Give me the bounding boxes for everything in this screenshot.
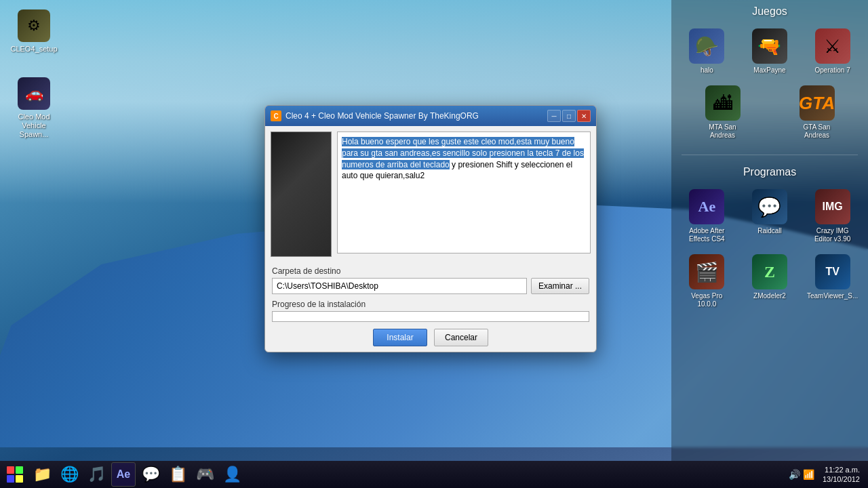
zmodeler-icon: Z xyxy=(752,254,787,289)
start-icon xyxy=(5,465,24,484)
juegos-title: Juegos xyxy=(671,0,868,26)
vegas-label: Vegas Pro 10.0.0 xyxy=(684,292,730,308)
clock-time: 11:22 a.m. xyxy=(823,465,860,474)
crazy-img-icon: IMG xyxy=(815,189,850,224)
zmodeler-label: ZModeler2 xyxy=(753,292,786,300)
right-panel: Juegos 🪖 halo 🔫 MaxPayne ⚔ Operation 7 xyxy=(671,0,868,488)
svg-text:GTA: GTA xyxy=(292,187,312,198)
panel-icon-ae[interactable]: Ae Adobe After Effects CS4 xyxy=(682,186,732,246)
teamviewer-label: TeamViewer_S... xyxy=(807,292,858,300)
vegas-icon: 🎬 xyxy=(689,254,724,289)
gta-sa-icon: GTA xyxy=(800,85,835,121)
gta-image-svg: World News GTA San Andreas RealMix Grand… xyxy=(271,131,331,257)
dialog-image: World News GTA San Andreas RealMix Grand… xyxy=(271,131,332,257)
operation7-icon: ⚔ xyxy=(815,28,850,64)
description-text[interactable]: Hola bueno espero que les guste este cle… xyxy=(337,131,591,253)
panel-icon-mta[interactable]: 🏙 MTA San Andreas xyxy=(697,83,748,142)
network-icon[interactable]: 📶 xyxy=(803,469,814,480)
panel-icon-halo[interactable]: 🪖 halo xyxy=(682,26,732,77)
taskbar-media[interactable]: 🎵 xyxy=(84,462,108,487)
maximize-button[interactable]: □ xyxy=(562,110,576,122)
systray: 🔊 📶 xyxy=(789,469,814,480)
cleo4-setup-label: CLEO4_setup xyxy=(10,45,57,54)
dialog-text-area[interactable]: Hola bueno espero que les guste este cle… xyxy=(337,131,591,257)
clock: 11:22 a.m. 13/10/2012 xyxy=(823,465,860,485)
ae-icon: Ae xyxy=(689,189,724,224)
media-icon: 🎵 xyxy=(87,466,106,483)
svg-text:Grand: Grand xyxy=(295,239,309,244)
mta-label: MTA San Andreas xyxy=(700,123,745,140)
dialog-title-text: Cleo 4 + Cleo Mod Vehicle Spawner By The… xyxy=(285,111,546,121)
svg-rect-12 xyxy=(16,475,23,483)
cleo-mod-icon: 🚗 xyxy=(18,77,50,110)
cleo-mod-label: Cleo Mod Vehicle Spawn... xyxy=(9,113,58,140)
taskbar-skype[interactable]: 💬 xyxy=(138,462,163,487)
panel-icon-zmodeler[interactable]: Z ZModeler2 xyxy=(744,251,795,311)
taskbar-item1[interactable]: 📋 xyxy=(165,462,190,487)
operation7-label: Operation 7 xyxy=(815,66,850,75)
panel-icon-operation7[interactable]: ⚔ Operation 7 xyxy=(807,26,858,77)
panel-icon-gta-sa[interactable]: GTA GTA San Andreas xyxy=(791,83,842,142)
explorer-icon: 📁 xyxy=(33,466,52,483)
svg-rect-0 xyxy=(271,131,331,257)
maxpayne-label: MaxPayne xyxy=(753,66,785,75)
svg-rect-5 xyxy=(275,237,329,253)
panel-icon-raidcall[interactable]: 💬 Raidcall xyxy=(744,186,795,246)
svg-text:Theft Auto: Theft Auto xyxy=(291,245,313,250)
dialog-title-icon: C xyxy=(271,110,281,121)
item2-icon: 🎮 xyxy=(196,466,214,483)
ae-label: Adobe After Effects CS4 xyxy=(684,227,730,243)
minimize-button[interactable]: ─ xyxy=(547,110,561,122)
progress-bar xyxy=(272,311,589,322)
volume-icon[interactable]: 🔊 xyxy=(789,469,800,480)
juegos-icons-grid: 🪖 halo 🔫 MaxPayne ⚔ Operation 7 🏙 xyxy=(671,26,868,149)
svg-text:San Andreas: San Andreas xyxy=(284,199,319,206)
dialog-bottom: Carpeta de destino Examinar ... Progreso… xyxy=(265,262,596,352)
svg-rect-10 xyxy=(16,466,23,474)
taskbar-item2[interactable]: 🎮 xyxy=(193,462,217,487)
browse-button[interactable]: Examinar ... xyxy=(531,278,589,294)
panel-icon-vegas[interactable]: 🎬 Vegas Pro 10.0.0 xyxy=(682,251,732,311)
chrome-icon: 🌐 xyxy=(60,466,79,483)
dialog-buttons: Instalar Cancelar xyxy=(272,329,589,346)
progreso-label: Progreso de la instalación xyxy=(272,300,589,309)
cleo4-setup-icon: ⚙ xyxy=(18,9,50,42)
raidcall-icon: 💬 xyxy=(752,189,787,224)
desktop-icon-cleo-mod[interactable]: 🚗 Cleo Mod Vehicle Spawn... xyxy=(7,75,61,142)
carpeta-label: Carpeta de destino xyxy=(272,266,589,276)
installer-dialog: C Cleo 4 + Cleo Mod Vehicle Spawner By T… xyxy=(264,105,597,352)
teamviewer-icon: TV xyxy=(815,254,850,289)
svg-rect-11 xyxy=(7,475,14,483)
path-row: Examinar ... xyxy=(272,278,589,294)
panel-icon-crazy-img[interactable]: IMG Crazy IMG Editor v3.90 xyxy=(807,186,858,246)
cancel-button[interactable]: Cancelar xyxy=(434,329,488,346)
taskbar: 📁 🌐 🎵 Ae 💬 📋 🎮 👤 🔊 📶 11 xyxy=(0,461,868,488)
taskbar-explorer[interactable]: 📁 xyxy=(30,462,54,487)
programas-title: Programas xyxy=(671,161,868,186)
svg-text:RealMix: RealMix xyxy=(292,222,312,228)
skype-icon: 💬 xyxy=(142,466,160,483)
desktop-icon-cleo4-setup[interactable]: ⚙ CLEO4_setup xyxy=(7,7,61,56)
path-input[interactable] xyxy=(272,278,527,294)
item3-icon: 👤 xyxy=(223,466,241,483)
svg-rect-9 xyxy=(7,466,14,474)
ae-taskbar-icon: Ae xyxy=(117,468,130,481)
taskbar-item3[interactable]: 👤 xyxy=(220,462,244,487)
taskbar-chrome[interactable]: 🌐 xyxy=(57,462,81,487)
svg-text:SanAndreas: SanAndreas xyxy=(290,252,313,256)
item1-icon: 📋 xyxy=(169,466,187,483)
panel-divider xyxy=(682,155,858,155)
svg-text:World News: World News xyxy=(287,181,316,187)
taskbar-right: 🔊 📶 11:22 a.m. 13/10/2012 xyxy=(789,465,865,485)
clock-date: 13/10/2012 xyxy=(823,474,860,484)
dialog-titlebar[interactable]: C Cleo 4 + Cleo Mod Vehicle Spawner By T… xyxy=(265,106,596,126)
start-button[interactable] xyxy=(3,462,27,487)
raidcall-label: Raidcall xyxy=(757,227,782,235)
panel-icon-teamviewer[interactable]: TV TeamViewer_S... xyxy=(807,251,858,311)
install-button[interactable]: Instalar xyxy=(373,329,427,346)
gta-sa-label: GTA San Andreas xyxy=(794,123,840,140)
close-button[interactable]: ✕ xyxy=(577,110,591,122)
panel-icon-maxpayne[interactable]: 🔫 MaxPayne xyxy=(744,26,795,77)
taskbar-ae[interactable]: Ae xyxy=(111,462,136,487)
mta-icon: 🏙 xyxy=(705,85,741,121)
